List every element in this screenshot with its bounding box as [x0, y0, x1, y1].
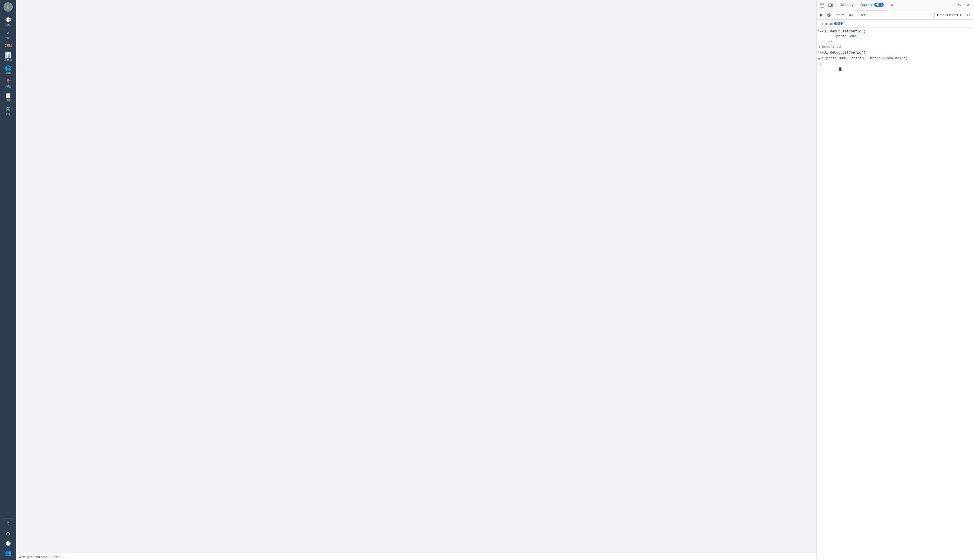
status-bar: Waiting for crm.ceshi112.com...	[16, 553, 816, 560]
devtools-panel: Memory Console 💬 1 » ⚙ ✕	[816, 0, 973, 560]
svg-point-8	[849, 14, 853, 16]
sidebar-label-dingdan: 订单	[5, 99, 11, 102]
sidebar-item-daiban[interactable]: ✓ 待办	[0, 29, 16, 42]
console-tab-badge: 💬 1	[874, 3, 884, 7]
sidebar-item-dingdan[interactable]: 📋 订单	[0, 91, 16, 104]
sidebar-item-qixin[interactable]: 💬 企信	[0, 15, 16, 29]
daiban-icon: ✓	[7, 31, 10, 36]
devtools-settings-button[interactable]: ⚙	[955, 1, 963, 9]
gongzuotai-icon: 📊	[5, 52, 11, 58]
console-badge-count: 1	[880, 3, 882, 7]
sidebar-item-gongzuotai[interactable]: 📊 工作台	[0, 50, 16, 64]
console-line-2: ◀ undefined	[817, 44, 973, 50]
console-input-content[interactable]	[823, 62, 971, 77]
svg-line-7	[828, 14, 830, 16]
more-tabs-button[interactable]: »	[888, 1, 896, 9]
levels-selector[interactable]: Default levels ▼	[935, 12, 964, 18]
dingdan-icon: 📋	[5, 93, 11, 98]
issues-button[interactable]: 1 Issue: 💬 1	[819, 21, 845, 27]
frame-selector-label: top	[836, 13, 841, 17]
devtools-close-button[interactable]: ✕	[964, 1, 972, 9]
issues-badge: 💬 1	[834, 22, 843, 25]
devtools-tabs: Memory Console 💬 1 »	[838, 0, 955, 10]
svg-rect-4	[832, 4, 833, 7]
sidebar-label-waidong: 外勤	[5, 85, 11, 88]
console-content-2: undefined	[822, 45, 971, 50]
more-tabs-icon: »	[890, 3, 893, 8]
tab-console-label: Console	[860, 3, 873, 7]
issues-badge-count: 1	[840, 22, 841, 25]
sidebar-item-help[interactable]: ?	[0, 520, 16, 529]
console-badge-icon: 💬	[876, 3, 879, 7]
issues-bar: 1 Issue: 💬 1	[817, 20, 973, 28]
waidong-icon: 📍	[5, 79, 11, 85]
issues-badge-icon: 💬	[836, 22, 839, 25]
console-content-4: {port: 8081, origin: 'http://localhost'}	[824, 56, 971, 61]
console-content-1: FxUI.debug.setConfig({ port: 8081 })	[819, 29, 971, 44]
tab-memory[interactable]: Memory	[838, 0, 857, 10]
jichu-icon: 🌐	[5, 66, 11, 71]
console-cursor	[839, 67, 841, 71]
sidebar-label-daiban: 待办	[5, 36, 11, 39]
issues-label: 1 Issue:	[822, 22, 833, 25]
toolbar-divider-1	[836, 2, 836, 8]
svg-rect-3	[829, 4, 831, 7]
expand-btn-4[interactable]: ▶	[822, 56, 824, 60]
inspect-element-button[interactable]	[818, 1, 826, 9]
history-icon: 🕐	[5, 541, 11, 545]
sidebar-item-settings[interactable]: ⚙	[0, 529, 16, 539]
sidebar-item-gengduo[interactable]: ⊞ 更多	[0, 104, 16, 118]
clear-console-button[interactable]	[826, 12, 833, 18]
sidebar-bottom: ? ⚙ 🕐 👥	[0, 517, 16, 558]
gear-icon-small: ⚙	[967, 13, 970, 17]
contacts-icon: 👥	[5, 550, 11, 555]
settings-icon: ⚙	[6, 531, 10, 537]
eye-button[interactable]	[848, 12, 854, 18]
console-line-3: ▶ FxUI.debug.getConfig()	[817, 50, 973, 56]
devtools-actions: ⚙ ✕	[955, 1, 972, 9]
run-button[interactable]	[818, 12, 825, 18]
console-content-3: FxUI.debug.getConfig()	[819, 50, 971, 55]
svg-rect-0	[820, 3, 824, 7]
levels-chevron: ▼	[959, 13, 962, 17]
svg-point-9	[851, 15, 852, 16]
frame-selector-chevron: ▼	[842, 13, 844, 17]
avatar-initials: U	[7, 5, 10, 9]
console-prompt: >	[819, 62, 821, 67]
gengduo-icon: ⊞	[6, 107, 10, 112]
console-settings-button[interactable]: ⚙	[965, 12, 972, 18]
qixin-icon: 💬	[5, 17, 11, 23]
device-toggle-button[interactable]	[827, 1, 835, 9]
devtools-top-toolbar: Memory Console 💬 1 » ⚙ ✕	[817, 0, 973, 10]
levels-label: Default levels	[937, 13, 958, 17]
main-area: Waiting for crm.ceshi112.com...	[16, 0, 816, 560]
crm-icon: CRM	[4, 44, 12, 47]
avatar[interactable]: U	[3, 2, 13, 12]
sidebar-item-crm[interactable]: CRM	[0, 42, 16, 50]
sidebar-item-waidong[interactable]: 📍 外勤	[0, 77, 16, 91]
sidebar-item-contacts[interactable]: 👥	[0, 548, 16, 558]
console-input-line[interactable]: ▶ >	[817, 62, 973, 77]
output-arrow-4: ◀	[818, 56, 822, 61]
console-line-4: ◀ ▶ {port: 8081, origin: 'http://localho…	[817, 56, 973, 62]
console-line-1: ▶ FxUI.debug.setConfig({ port: 8081 })	[817, 29, 973, 44]
devtools-second-toolbar: top ▼ Default levels ▼ ⚙	[817, 10, 973, 20]
help-icon: ?	[7, 522, 10, 527]
sidebar-label-jichu: 基础	[5, 72, 11, 75]
sidebar-item-jichu[interactable]: 🌐 基础	[0, 63, 16, 77]
port-value-1: 8081	[849, 35, 857, 38]
console-output[interactable]: ▶ FxUI.debug.setConfig({ port: 8081 }) ◀…	[817, 28, 973, 560]
sidebar: U 💬 企信 ✓ 待办 CRM 📊 工作台 🌐 基础 📍 外勤 📋 订单 ⊞ 更…	[0, 0, 16, 560]
output-arrow-2: ◀	[818, 45, 822, 49]
status-text: Waiting for crm.ceshi112.com...	[18, 555, 63, 558]
sidebar-item-history[interactable]: 🕐	[0, 539, 16, 548]
frame-selector[interactable]: top ▼	[833, 12, 847, 18]
filter-input[interactable]	[855, 12, 934, 18]
sidebar-label-gongzuotai: 工作台	[4, 58, 12, 62]
tab-console[interactable]: Console 💬 1	[857, 0, 887, 10]
gear-icon: ⚙	[957, 3, 961, 8]
sidebar-label-qixin: 企信	[5, 23, 11, 27]
svg-marker-5	[820, 13, 823, 17]
close-icon: ✕	[966, 3, 970, 8]
sidebar-label-gengduo: 更多	[5, 112, 11, 115]
